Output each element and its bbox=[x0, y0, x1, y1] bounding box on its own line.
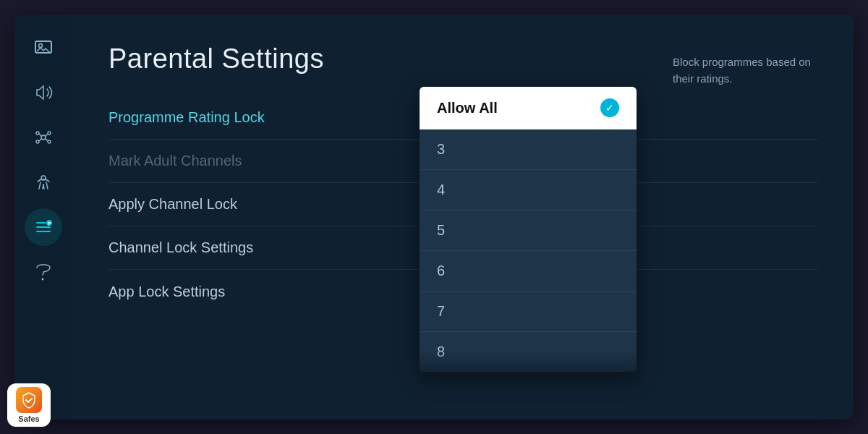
dropdown-label-3: 3 bbox=[437, 141, 445, 158]
svg-point-4 bbox=[48, 132, 51, 135]
sidebar: P bbox=[14, 14, 72, 420]
settings-label-mark-adult-channels: Mark Adult Channels bbox=[109, 153, 242, 169]
dropdown-fade-overlay bbox=[420, 350, 637, 372]
dropdown-item-4[interactable]: 4 bbox=[420, 170, 637, 210]
settings-label-app-lock-settings: App Lock Settings bbox=[109, 284, 225, 300]
svg-line-7 bbox=[39, 134, 42, 137]
sidebar-item-network[interactable] bbox=[25, 119, 62, 156]
sidebar-item-picture[interactable] bbox=[25, 29, 62, 67]
sidebar-item-accessibility[interactable] bbox=[25, 163, 62, 201]
dropdown-label-8: 8 bbox=[437, 344, 445, 360]
dropdown-item-8-partial[interactable]: 8 bbox=[420, 332, 637, 372]
rating-dropdown[interactable]: Allow All ✓ 3 4 5 6 7 8 bbox=[420, 87, 637, 372]
svg-line-8 bbox=[45, 134, 48, 137]
svg-point-1 bbox=[39, 44, 43, 48]
safes-logo: Safes bbox=[7, 383, 51, 427]
svg-point-18 bbox=[42, 278, 44, 281]
svg-point-3 bbox=[36, 132, 39, 135]
sidebar-item-parental[interactable]: P bbox=[25, 208, 62, 246]
safes-logo-label: Safes bbox=[18, 414, 39, 423]
dropdown-item-7[interactable]: 7 bbox=[420, 292, 637, 332]
dropdown-label-5: 5 bbox=[437, 222, 445, 239]
settings-label-apply-channel-lock: Apply Channel Lock bbox=[109, 196, 237, 213]
dropdown-item-3[interactable]: 3 bbox=[420, 129, 637, 170]
main-content: Parental Settings Programme Rating Lock … bbox=[72, 14, 854, 420]
dropdown-label-7: 7 bbox=[437, 303, 445, 320]
svg-line-10 bbox=[45, 138, 48, 141]
settings-label-programme-rating-lock: Programme Rating Lock bbox=[109, 109, 265, 126]
dropdown-label-allow-all: Allow All bbox=[437, 100, 498, 116]
sidebar-item-sound[interactable] bbox=[25, 74, 62, 111]
settings-label-channel-lock-settings: Channel Lock Settings bbox=[109, 239, 253, 256]
svg-text:P: P bbox=[48, 221, 51, 226]
svg-point-5 bbox=[36, 140, 39, 143]
help-text: Block programmes based on their ratings. bbox=[673, 54, 817, 87]
dropdown-item-5[interactable]: 5 bbox=[420, 210, 637, 251]
dropdown-label-6: 6 bbox=[437, 263, 445, 279]
dropdown-label-4: 4 bbox=[437, 182, 445, 198]
main-window: P Parental Settings Programme Rating Loc… bbox=[14, 14, 854, 420]
safes-logo-icon bbox=[16, 387, 42, 413]
svg-line-9 bbox=[39, 138, 42, 141]
svg-point-6 bbox=[48, 140, 51, 143]
dropdown-item-6[interactable]: 6 bbox=[420, 251, 637, 292]
dropdown-item-allow-all[interactable]: Allow All ✓ bbox=[420, 87, 637, 129]
selected-check-icon: ✓ bbox=[600, 98, 619, 117]
sidebar-item-support[interactable] bbox=[25, 253, 62, 291]
